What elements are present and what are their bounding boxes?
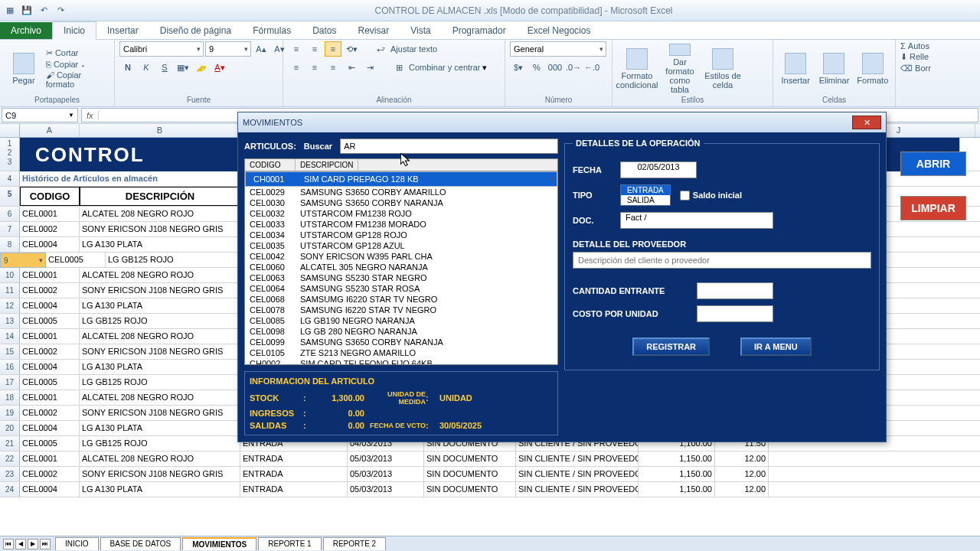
article-listbox[interactable]: CODIGODESCRIPCION CH0001SIM CARD PREPAGO… xyxy=(244,158,558,365)
close-icon[interactable]: ✕ xyxy=(852,116,881,129)
delete-cells-button[interactable]: Eliminar xyxy=(816,44,851,94)
cell[interactable]: LG GB125 ROJO xyxy=(80,375,240,390)
align-bottom-icon[interactable]: ≡ xyxy=(325,41,341,57)
save-icon[interactable]: 💾 xyxy=(20,4,34,18)
sheet-tab[interactable]: BASE DE DATOS xyxy=(100,537,181,550)
cell[interactable]: CEL0001 xyxy=(20,329,80,344)
cantidad-input[interactable] xyxy=(697,282,773,299)
cell[interactable]: CEL0001 xyxy=(20,268,80,282)
cell[interactable]: LG A130 PLATA xyxy=(80,237,240,252)
cell[interactable]: SIN CLIENTE / SIN PROVEEDOR xyxy=(516,452,639,466)
cell[interactable]: CEL0004 xyxy=(20,237,80,252)
abrir-button[interactable]: ABRIR xyxy=(900,152,966,176)
cell[interactable]: CEL0005 xyxy=(20,436,80,451)
font-select[interactable]: Calibri xyxy=(119,41,204,57)
dec-decimal-icon[interactable]: ←.0 xyxy=(583,60,600,75)
list-item[interactable]: CEL0042SONY ERICSON W395 PARL CHA xyxy=(245,251,557,262)
cell[interactable]: CEL0005 xyxy=(20,314,80,328)
cell[interactable]: 12.00 xyxy=(715,452,769,466)
cell[interactable]: 05/03/2013 xyxy=(348,467,424,481)
cell[interactable]: 1,150.00 xyxy=(639,482,715,497)
cell[interactable]: 05/03/2013 xyxy=(348,452,424,466)
registrar-button[interactable]: REGISTRAR xyxy=(632,337,710,356)
proveedor-input[interactable] xyxy=(573,252,871,269)
col-header[interactable]: B xyxy=(80,124,240,137)
ribbon-tab-fórmulas[interactable]: Fórmulas xyxy=(242,22,302,39)
list-item[interactable]: CEL0098LG GB 280 NEGRO NARANJA xyxy=(245,326,557,337)
fill-button[interactable]: ⬇ Relle xyxy=(900,52,929,62)
italic-button[interactable]: K xyxy=(138,60,155,75)
cell[interactable]: SIN DOCUMENTO xyxy=(424,467,516,481)
align-right-icon[interactable]: ≡ xyxy=(325,60,341,75)
cell[interactable]: LG A130 PLATA xyxy=(80,482,240,497)
cell[interactable]: ALCATEL 208 NEGRO ROJO xyxy=(80,207,240,221)
fill-color-button[interactable]: ◢▾ xyxy=(193,60,210,75)
tab-prev-icon[interactable]: ◀ xyxy=(15,539,26,549)
costo-input[interactable] xyxy=(697,305,773,322)
sheet-tab[interactable]: INICIO xyxy=(55,537,99,550)
list-item[interactable]: CEL0033UTSTARCOM FM1238 MORADO xyxy=(245,219,557,230)
cell[interactable]: SIN DOCUMENTO xyxy=(424,452,516,466)
ribbon-tab-revisar[interactable]: Revisar xyxy=(348,22,400,39)
ribbon-tab-vista[interactable]: Vista xyxy=(400,22,441,39)
sheet-tab[interactable]: MOVIMIENTOS xyxy=(182,537,256,550)
format-painter-button[interactable]: 🖌 Copiar formato xyxy=(46,70,109,89)
redo-icon[interactable]: ↷ xyxy=(54,4,67,18)
cut-button[interactable]: ✂ Cortar xyxy=(46,48,109,58)
ribbon-tab-inicio[interactable]: Inicio xyxy=(52,21,96,40)
cell[interactable]: SIN CLIENTE / SIN PROVEEDOR xyxy=(516,482,639,497)
clear-button[interactable]: ⌫ Borr xyxy=(900,64,931,73)
cell[interactable]: CEL0002 xyxy=(20,406,80,420)
format-cells-button[interactable]: Formato xyxy=(855,44,890,94)
name-box[interactable]: C9▼ xyxy=(2,108,78,122)
list-item[interactable]: CEL0035UTSTARCOM GP128 AZUL xyxy=(245,240,557,251)
cell[interactable]: CEL0004 xyxy=(20,298,80,313)
underline-button[interactable]: S xyxy=(156,60,173,75)
currency-icon[interactable]: $▾ xyxy=(510,60,527,75)
wrap-text-icon[interactable]: ⮐ xyxy=(372,41,389,57)
sheet-tab[interactable]: REPORTE 1 xyxy=(258,537,322,550)
search-input[interactable] xyxy=(340,139,558,154)
cell-styles-button[interactable]: Estilos de celda xyxy=(703,44,743,94)
cell[interactable]: CEL0001 xyxy=(20,390,80,405)
align-center-icon[interactable]: ≡ xyxy=(306,60,323,75)
cell[interactable]: CEL0004 xyxy=(20,360,80,374)
cell[interactable]: CEL0001 xyxy=(20,452,80,466)
cell[interactable]: CEL0002 xyxy=(20,283,80,298)
cell[interactable]: LG A130 PLATA xyxy=(80,298,240,313)
cell[interactable]: CEL0004 xyxy=(20,421,80,435)
list-item[interactable]: CEL0032UTSTARCOM FM1238 ROJO xyxy=(245,208,557,219)
list-item[interactable]: CEL0064SAMSUNG S5230 STAR ROSA xyxy=(245,283,557,294)
cell[interactable]: 12.00 xyxy=(715,482,769,497)
fecha-input[interactable]: 02/05/2013 xyxy=(620,161,697,178)
cell[interactable]: CEL0001 xyxy=(20,207,80,221)
cell[interactable]: SIN CLIENTE / SIN PROVEEDOR xyxy=(516,467,639,481)
cell[interactable]: ALCATEL 208 NEGRO ROJO xyxy=(80,268,240,282)
list-item[interactable]: CH0002SIM CARD TELEFONO FIJO 64KB xyxy=(245,358,557,365)
cell[interactable]: LG GB125 ROJO xyxy=(80,436,240,451)
cell[interactable]: LG A130 PLATA xyxy=(80,360,240,374)
ribbon-tab-excel-negocios[interactable]: Excel Negocios xyxy=(517,22,602,39)
saldo-checkbox[interactable]: Saldo inicial xyxy=(680,191,742,201)
col-header[interactable]: A xyxy=(20,124,80,137)
number-format-select[interactable]: General xyxy=(510,41,606,57)
ir-menu-button[interactable]: IR A MENU xyxy=(740,337,812,356)
indent-dec-icon[interactable]: ⇤ xyxy=(343,60,360,75)
cell[interactable]: CEL0005 xyxy=(46,253,106,267)
cell[interactable]: 12.00 xyxy=(715,467,769,481)
list-item[interactable]: CEL0060ALCATEL 305 NEGRO NARANJA xyxy=(245,262,557,272)
list-item[interactable]: CEL0078SAMSUNG I6220 STAR TV NEGRO xyxy=(245,305,557,315)
bold-button[interactable]: N xyxy=(119,60,136,75)
tab-first-icon[interactable]: ⏮ xyxy=(3,539,14,549)
autosum-button[interactable]: Σ Autos xyxy=(900,41,929,51)
ribbon-tab-diseño-de-página[interactable]: Diseño de página xyxy=(149,22,242,39)
align-middle-icon[interactable]: ≡ xyxy=(306,41,323,57)
doc-input[interactable]: Fact / xyxy=(620,212,773,229)
cell[interactable]: SONY ERICSON J108 NEGRO GRIS xyxy=(80,283,240,298)
font-color-button[interactable]: A▾ xyxy=(211,60,228,75)
align-left-icon[interactable]: ≡ xyxy=(288,60,305,75)
cell[interactable]: CEL0002 xyxy=(20,344,80,359)
percent-icon[interactable]: % xyxy=(528,60,545,75)
conditional-format-button[interactable]: Formato condicional xyxy=(617,44,657,94)
cell[interactable]: 1,150.00 xyxy=(639,467,715,481)
